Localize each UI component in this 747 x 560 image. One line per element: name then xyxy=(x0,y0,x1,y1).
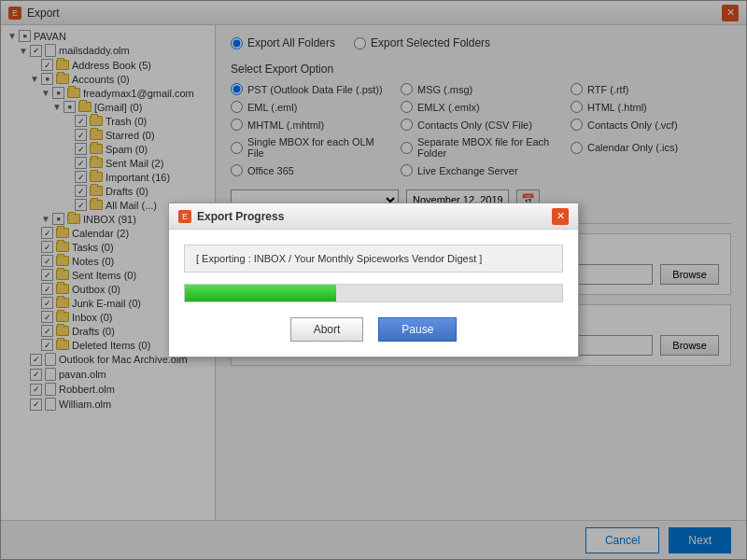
modal-body: [ Exporting : INBOX / Your Monthly Spice… xyxy=(169,230,578,357)
modal-overlay: E Export Progress ✕ [ Exporting : INBOX … xyxy=(0,0,747,560)
progress-bar-fill xyxy=(185,285,336,301)
progress-bar-container xyxy=(184,284,563,302)
modal-title: Export Progress xyxy=(197,210,284,223)
abort-button[interactable]: Abort xyxy=(290,317,364,342)
modal-buttons: Abort Pause xyxy=(184,317,563,342)
modal-title-left: E Export Progress xyxy=(178,210,284,223)
modal-app-icon: E xyxy=(178,210,191,223)
modal-title-bar: E Export Progress ✕ xyxy=(169,203,578,230)
pause-button[interactable]: Pause xyxy=(378,317,457,342)
modal-close-button[interactable]: ✕ xyxy=(552,208,569,225)
export-status-text: [ Exporting : INBOX / Your Monthly Spice… xyxy=(184,245,563,273)
export-progress-modal: E Export Progress ✕ [ Exporting : INBOX … xyxy=(168,203,579,357)
